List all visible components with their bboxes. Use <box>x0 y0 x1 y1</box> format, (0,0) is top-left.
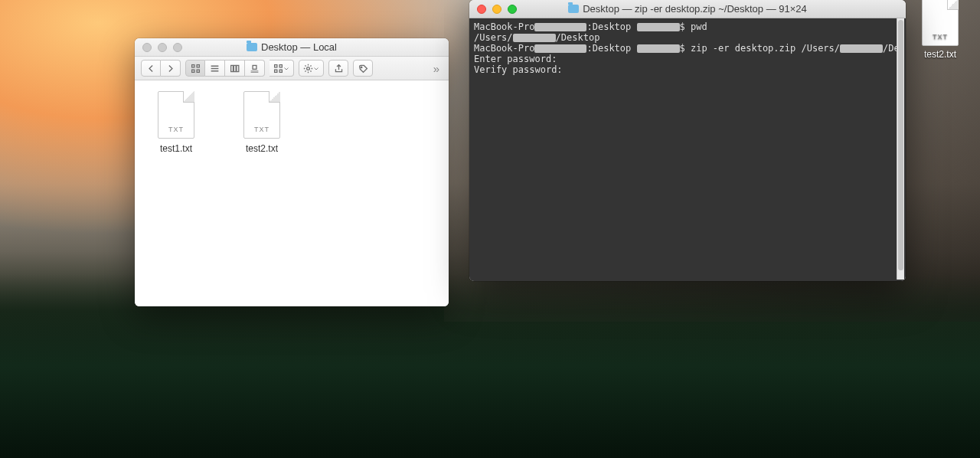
file-icon: TXT <box>158 91 194 139</box>
file-icon: TXT <box>243 91 280 139</box>
file-item[interactable]: TXT test2.txt <box>234 91 289 154</box>
nav-seg <box>141 60 181 77</box>
chevron-right-icon <box>165 64 175 74</box>
close-button[interactable] <box>142 43 152 52</box>
folder-icon <box>568 5 579 13</box>
view-seg <box>185 60 265 77</box>
tag-icon <box>358 64 368 74</box>
scrollbar-thumb[interactable] <box>898 20 903 270</box>
svg-rect-1 <box>197 64 199 67</box>
chevron-left-icon <box>146 64 156 74</box>
file-label: test1.txt <box>149 143 204 154</box>
svg-rect-4 <box>231 65 234 71</box>
redacted-text <box>637 23 680 31</box>
svg-rect-2 <box>191 70 194 72</box>
terminal-titlebar[interactable]: Desktop — zip -er desktop.zip ~/Desktop … <box>469 0 906 18</box>
term-text: Enter password: <box>474 54 557 64</box>
chevron-down-icon <box>313 64 319 74</box>
finder-toolbar: » <box>135 57 449 80</box>
desktop-file-label: test2.txt <box>910 49 971 60</box>
svg-rect-3 <box>197 70 199 72</box>
term-text: :Desktop <box>586 21 636 32</box>
coverflow-icon <box>250 64 260 74</box>
list-icon <box>210 64 220 74</box>
coverflow-view-button[interactable] <box>245 60 265 77</box>
redacted-text <box>534 44 586 53</box>
svg-point-13 <box>361 67 362 68</box>
finder-titlebar[interactable]: Desktop — Local <box>135 38 449 57</box>
terminal-title-text: Desktop — zip -er desktop.zip ~/Desktop … <box>583 3 807 15</box>
column-view-button[interactable] <box>225 60 245 77</box>
folder-icon <box>247 43 257 51</box>
term-text: MacBook-Pro <box>474 21 534 32</box>
file-item[interactable]: TXT test1.txt <box>149 91 204 154</box>
term-text: $ pwd <box>680 21 707 32</box>
terminal-window[interactable]: Desktop — zip -er desktop.zip ~/Desktop … <box>469 0 906 281</box>
action-button[interactable] <box>299 60 324 77</box>
svg-rect-9 <box>279 64 282 67</box>
finder-traffic-lights <box>135 43 182 52</box>
arrange-button[interactable] <box>270 60 294 77</box>
close-button[interactable] <box>477 5 486 14</box>
icon-view-button[interactable] <box>185 60 205 77</box>
terminal-scrollbar[interactable] <box>897 18 904 280</box>
term-text: $ zip -er desktop.zip /Users/ <box>680 43 841 54</box>
term-text: :Desktop <box>586 43 636 54</box>
file-label: test2.txt <box>234 143 289 154</box>
desktop-file-item[interactable]: TXT test2.txt <box>910 0 971 60</box>
minimize-button[interactable] <box>158 43 167 52</box>
svg-rect-7 <box>253 65 256 69</box>
arrange-seg <box>270 60 294 77</box>
back-button[interactable] <box>141 60 161 77</box>
file-ext-label: TXT <box>158 126 194 133</box>
term-text: Verify password: <box>474 64 563 75</box>
arrange-icon <box>273 64 283 74</box>
redacted-text <box>513 34 556 42</box>
desktop: TXT test2.txt Desktop — Local <box>0 0 980 458</box>
gear-icon <box>303 64 313 74</box>
grid-icon <box>191 64 201 74</box>
file-ext-label: TXT <box>923 33 958 41</box>
finder-window[interactable]: Desktop — Local <box>135 38 449 306</box>
columns-icon <box>230 64 240 74</box>
tags-button[interactable] <box>353 60 373 77</box>
svg-rect-10 <box>275 70 277 72</box>
forward-button[interactable] <box>161 60 181 77</box>
zoom-button[interactable] <box>508 5 517 14</box>
redacted-text <box>840 44 883 53</box>
term-text: MacBook-Pro <box>474 43 534 54</box>
terminal-traffic-lights <box>469 5 517 14</box>
finder-body[interactable]: TXT test1.txt TXT test2.txt <box>135 80 449 306</box>
file-ext-label: TXT <box>244 126 279 133</box>
zoom-button[interactable] <box>173 43 182 52</box>
svg-rect-8 <box>275 64 277 67</box>
redacted-text <box>637 44 680 53</box>
svg-rect-5 <box>234 65 236 71</box>
share-button[interactable] <box>328 60 348 77</box>
file-icon: TXT <box>922 0 959 46</box>
list-view-button[interactable] <box>205 60 225 77</box>
terminal-title: Desktop — zip -er desktop.zip ~/Desktop … <box>469 3 906 15</box>
chevron-down-icon <box>283 64 289 74</box>
redacted-text <box>534 23 586 31</box>
svg-point-12 <box>307 67 310 70</box>
minimize-button[interactable] <box>492 5 501 14</box>
share-icon <box>334 64 344 74</box>
toolbar-overflow[interactable]: » <box>430 62 443 75</box>
svg-rect-6 <box>237 65 239 71</box>
term-text: /Desktop <box>556 32 600 43</box>
svg-rect-0 <box>191 64 194 67</box>
term-text: /Users/ <box>474 32 513 43</box>
svg-rect-11 <box>279 70 282 72</box>
finder-title-text: Desktop — Local <box>261 41 337 53</box>
terminal-body[interactable]: MacBook-Pro:Desktop $ pwd /Users//Deskto… <box>469 18 906 281</box>
